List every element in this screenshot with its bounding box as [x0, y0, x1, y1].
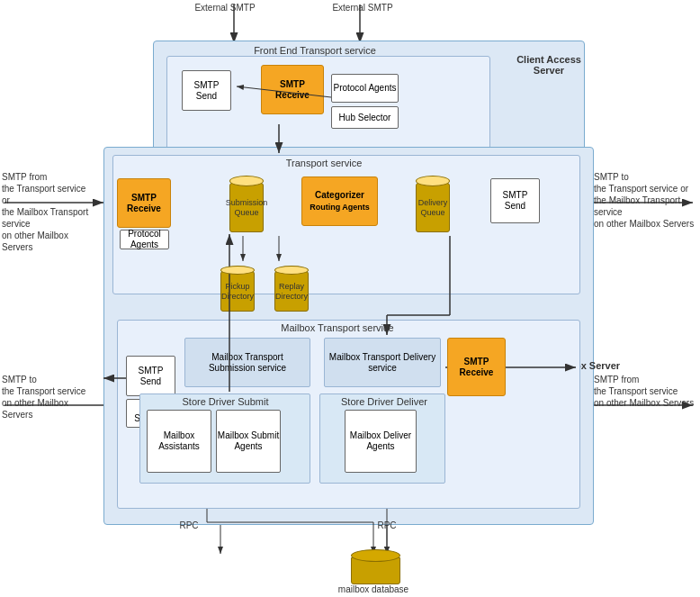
ext-smtp-right-label: External SMTP [327, 2, 399, 14]
mailbox-submit-agents: Mailbox Submit Agents [216, 410, 281, 473]
rpc-left-label: RPC [162, 520, 216, 531]
delivery-queue: Delivery Queue [416, 176, 450, 232]
mailbox-transport-label: Mailbox Transport service [234, 322, 441, 333]
mailbox-transport-delivery-region: Mailbox Transport Delivery service [324, 338, 441, 387]
mailbox-assistants: Mailbox Assistants [147, 410, 211, 473]
smtp-to-left-bottom-label: SMTP tothe Transport serviceon other Mai… [2, 374, 96, 421]
smtp-from-right-bottom-label: SMTP fromthe Transport serviceon other M… [594, 374, 697, 409]
protocol-agents-transport: Protocol Agents [120, 230, 169, 249]
front-end-transport-label: Front End Transport service [198, 45, 432, 56]
smtp-from-left-top-label: SMTP fromthe Transport service orthe Mai… [2, 171, 96, 253]
smtp-to-right-top-label: SMTP tothe Transport service orthe Mailb… [594, 171, 697, 230]
mailbox-deliver-agents: Mailbox Deliver Agents [345, 410, 417, 473]
categorizer: Categorizer Routing Agents [301, 176, 378, 226]
smtp-send-mailbox: SMTP Send [126, 356, 175, 396]
mailbox-transport-submission-region: Mailbox Transport Submission service [184, 338, 310, 387]
mailbox-database [351, 549, 400, 584]
diagram: External SMTP External SMTP Client Acces… [0, 0, 700, 597]
smtp-send-cas: SMTP Send [182, 70, 231, 111]
smtp-receive-transport: SMTP Receive [117, 178, 171, 228]
ext-smtp-left-label: External SMTP [189, 2, 261, 14]
hub-selector-cas: Hub Selector [331, 106, 399, 129]
pickup-directory: Pickup Directory [220, 266, 255, 312]
store-driver-deliver-label: Store Driver Deliver [326, 396, 443, 407]
submission-queue: Submission Queue [229, 176, 264, 232]
protocol-agents-cas: Protocol Agents [331, 74, 399, 103]
transport-service-label: Transport service [252, 158, 396, 168]
smtp-receive-cas: SMTP Receive [261, 65, 324, 114]
smtp-send-transport: SMTP Send [490, 178, 540, 223]
routing-agents-label: Routing Agents [310, 203, 370, 213]
client-access-server-label: Client Access Server [508, 54, 589, 76]
rpc-right-label: RPC [360, 520, 414, 531]
smtp-receive-mailbox: SMTP Receive [447, 338, 506, 396]
mailbox-database-label: mailbox database [324, 583, 423, 595]
store-driver-submit-label: Store Driver Submit [151, 396, 300, 407]
replay-directory: Replay Directory [274, 266, 309, 312]
